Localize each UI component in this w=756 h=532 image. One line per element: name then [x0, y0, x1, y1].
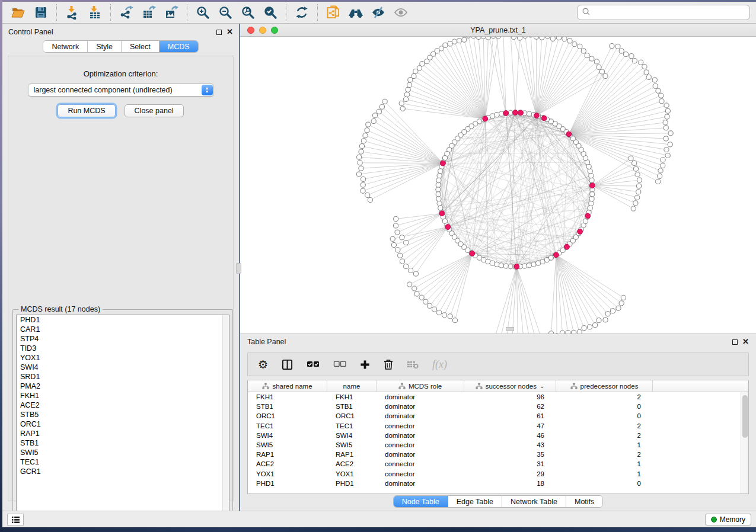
clone-network-icon[interactable] [323, 4, 343, 21]
canvas-splitter-grip[interactable] [506, 327, 514, 331]
column-header-name[interactable]: name [327, 380, 377, 392]
export-network-icon[interactable] [116, 4, 136, 21]
table-tab-motifs[interactable]: Motifs [566, 496, 602, 507]
mcds-result-item[interactable]: SWI5 [17, 448, 229, 457]
table-row[interactable]: SWI5SWI5connector431 [248, 440, 748, 450]
import-network-icon[interactable] [62, 4, 82, 21]
close-panel-button[interactable]: Close panel [125, 104, 184, 117]
toolbar-separator [317, 4, 318, 21]
mcds-result-item[interactable]: SWI4 [17, 363, 229, 372]
mcds-result-item[interactable]: CAR1 [17, 325, 229, 334]
show-all-icon[interactable] [391, 4, 411, 21]
mcds-result-item[interactable]: STP4 [17, 334, 229, 344]
table-row[interactable]: TEC1TEC1connector472 [248, 421, 748, 431]
node-table[interactable]: shared namenameMCDS rolesuccessor nodes⌄… [247, 380, 749, 494]
optimization-select[interactable]: largest connected component (undirected)… [28, 84, 214, 97]
search-network-icon[interactable] [346, 4, 366, 21]
mcds-result-item[interactable]: STB1 [17, 438, 229, 448]
mcds-result-list[interactable]: PHD1CAR1STP4TID3YOX1SWI4SRD1PMA2FKH1ACE2… [16, 315, 229, 525]
export-image-icon[interactable] [161, 4, 181, 21]
open-icon[interactable] [8, 4, 28, 21]
export-table-icon[interactable] [139, 4, 159, 21]
zoom-selected-icon[interactable] [260, 4, 280, 21]
cell-shared: FKH1 [248, 393, 327, 400]
table-tab-network-table[interactable]: Network Table [502, 496, 566, 507]
run-mcds-button[interactable]: Run MCDS [58, 104, 115, 117]
cell-pred: 2 [556, 422, 653, 430]
select-all-icon[interactable] [307, 360, 320, 368]
table-row[interactable]: ORC1ORC1dominator610 [248, 411, 748, 421]
tab-select[interactable]: Select [122, 41, 160, 52]
mcds-result-item[interactable]: GCR1 [17, 467, 229, 476]
control-panel-title: Control Panel [8, 28, 53, 36]
cell-shared: RAP1 [248, 451, 327, 458]
network-window-titlebar[interactable]: YPA_prune.txt_1 [240, 24, 756, 37]
control-panel-tabs: NetworkStyleSelectMCDS [2, 40, 239, 53]
network-canvas[interactable] [240, 37, 756, 334]
delete-column-icon[interactable] [384, 359, 393, 370]
deselect-all-icon[interactable] [333, 360, 346, 368]
tab-network[interactable]: Network [43, 41, 88, 52]
toolbar-separator [187, 4, 187, 21]
close-panel-icon[interactable]: ✕ [227, 29, 233, 35]
panel-splitter-handle[interactable] [236, 263, 241, 274]
import-table-icon[interactable] [85, 4, 105, 21]
cell-pred: 2 [556, 432, 653, 439]
tab-style[interactable]: Style [88, 41, 122, 52]
mcds-result-item[interactable]: ACE2 [17, 400, 229, 410]
settings-icon[interactable]: ⚙ [258, 359, 268, 370]
column-header-successor-nodes[interactable]: successor nodes⌄ [464, 380, 556, 392]
mcds-result-item[interactable]: TID3 [17, 344, 229, 353]
mcds-result-item[interactable]: PMA2 [17, 382, 229, 391]
search-box[interactable] [577, 5, 750, 20]
table-row[interactable]: ACE2ACE2connector311 [248, 459, 748, 469]
column-header-predecessor-nodes[interactable]: predecessor nodes [556, 380, 653, 392]
table-float-icon[interactable] [732, 339, 738, 345]
table-tabs: Node TableEdge TableNetwork TableMotifs [240, 495, 756, 508]
mcds-list-scrollbar[interactable] [222, 315, 229, 525]
zoom-out-icon[interactable] [215, 4, 235, 21]
column-header-MCDS-role[interactable]: MCDS role [377, 380, 464, 392]
mcds-result-item[interactable]: STB5 [17, 410, 229, 419]
table-toolbar: ⚙f(x) [247, 352, 749, 376]
mcds-result-item[interactable]: PHD1 [17, 315, 229, 325]
table-tab-node-table[interactable]: Node Table [394, 496, 448, 507]
network-graph[interactable] [240, 37, 756, 334]
table-scrollbar[interactable] [741, 392, 748, 493]
table-row[interactable]: PHD1PHD1dominator180 [248, 479, 748, 488]
table-row[interactable]: FKH1FKH1dominator962 [248, 392, 748, 402]
table-row[interactable]: STB1STB1dominator620 [248, 402, 748, 411]
save-icon[interactable] [31, 4, 51, 21]
zoom-fit-icon[interactable] [238, 4, 258, 21]
cell-shared: ORC1 [248, 412, 327, 419]
table-row[interactable]: YOX1YOX1connector291 [248, 469, 748, 479]
table-row[interactable]: SWI4SWI4dominator462 [248, 431, 748, 440]
column-header-shared-name[interactable]: shared name [248, 380, 327, 392]
mcds-result-item[interactable]: ORC1 [17, 419, 229, 429]
mcds-result-item[interactable]: RAP1 [17, 429, 229, 438]
cell-succ: 61 [464, 412, 556, 419]
add-column-icon[interactable] [360, 360, 370, 370]
mcds-result-item[interactable]: FKH1 [17, 391, 229, 400]
zoom-in-icon[interactable] [193, 4, 213, 21]
search-input[interactable] [591, 7, 749, 18]
show-panels-button[interactable] [7, 514, 24, 525]
float-panel-icon[interactable] [216, 30, 222, 35]
mcds-result-item[interactable]: SRD1 [17, 372, 229, 382]
table-row[interactable]: RAP1RAP1dominator352 [248, 450, 748, 459]
memory-label: Memory [720, 515, 745, 524]
cell-role: dominator [377, 403, 464, 410]
columns-icon[interactable] [282, 359, 293, 370]
memory-button[interactable]: Memory [705, 514, 751, 525]
tab-mcds[interactable]: MCDS [160, 41, 198, 52]
table-scrollbar-thumb[interactable] [742, 395, 748, 438]
cell-succ: 18 [464, 480, 556, 487]
table-close-icon[interactable]: ✕ [742, 339, 749, 345]
table-tab-edge-table[interactable]: Edge Table [448, 496, 502, 507]
cell-shared: YOX1 [248, 470, 327, 477]
hide-selected-icon[interactable] [368, 4, 388, 21]
mcds-result-item[interactable]: YOX1 [17, 353, 229, 363]
refresh-icon[interactable] [292, 4, 312, 21]
list-icon [11, 516, 20, 524]
mcds-result-item[interactable]: TEC1 [17, 457, 229, 467]
